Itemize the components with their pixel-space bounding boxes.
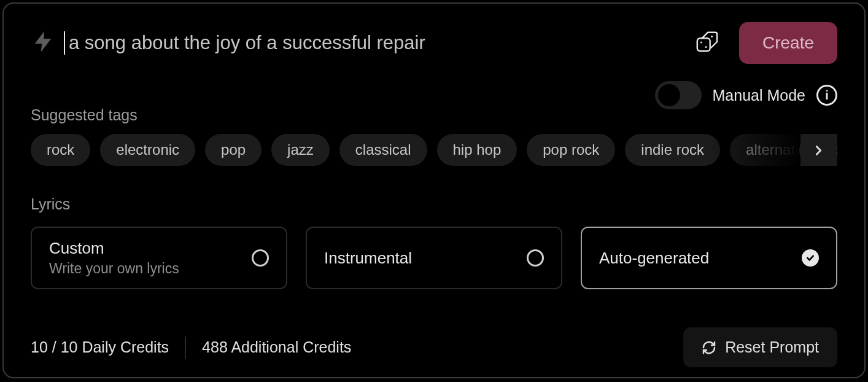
create-button[interactable]: Create [739,22,837,64]
lyrics-option-title: Instrumental [324,249,412,268]
tags-row: rock electronic pop jazz classical hip h… [31,134,837,166]
prompt-row: Create [31,22,837,64]
daily-credits-text: 10 / 10 Daily Credits [31,338,169,356]
svg-point-3 [711,36,713,37]
manual-mode-label: Manual Mode [713,87,805,104]
tag-item[interactable]: jazz [271,134,330,166]
footer-row: 10 / 10 Daily Credits 488 Additional Cre… [31,327,837,367]
tag-item[interactable]: hip hop [437,134,517,166]
svg-point-2 [705,46,707,48]
manual-mode-toggle[interactable] [655,81,702,109]
tag-item[interactable]: pop [205,134,262,166]
lyrics-option-subtitle: Write your own lyrics [49,260,179,277]
reset-prompt-label: Reset Prompt [725,338,819,356]
lyrics-options-row: Custom Write your own lyrics Instrumenta… [31,227,837,289]
additional-credits-text: 488 Additional Credits [202,338,351,356]
lyrics-option-title: Custom [49,239,179,258]
lyrics-option-custom[interactable]: Custom Write your own lyrics [31,227,287,289]
tag-item[interactable]: electronic [100,134,195,166]
tag-item[interactable]: pop rock [527,134,615,166]
lyrics-option-auto-generated[interactable]: Auto-generated [581,227,837,289]
lyrics-option-title: Auto-generated [599,249,709,268]
song-create-panel: Create Suggested tags Manual Mode i rock… [2,2,866,378]
suggested-tags-label: Suggested tags [31,106,138,124]
tag-item[interactable]: indie rock [625,134,720,166]
tags-scroll-right-button[interactable] [799,134,837,166]
info-icon[interactable]: i [816,85,837,106]
reset-prompt-button[interactable]: Reset Prompt [683,327,837,367]
tags-section: Suggested tags Manual Mode i rock electr… [31,60,837,166]
tag-item[interactable]: classical [339,134,427,166]
radio-unchecked-icon [252,249,269,267]
prompt-input[interactable] [64,31,686,55]
svg-rect-0 [697,38,710,51]
lyrics-label: Lyrics [31,195,837,213]
vertical-divider [185,337,186,359]
radio-unchecked-icon [527,249,544,267]
dice-icon[interactable] [695,30,718,56]
tag-item[interactable]: rock [31,134,90,166]
svg-point-1 [700,41,702,43]
lightning-icon [31,29,55,57]
lyrics-option-instrumental[interactable]: Instrumental [306,227,562,289]
manual-mode-row: Suggested tags Manual Mode i [31,81,837,109]
radio-checked-icon [802,249,819,267]
